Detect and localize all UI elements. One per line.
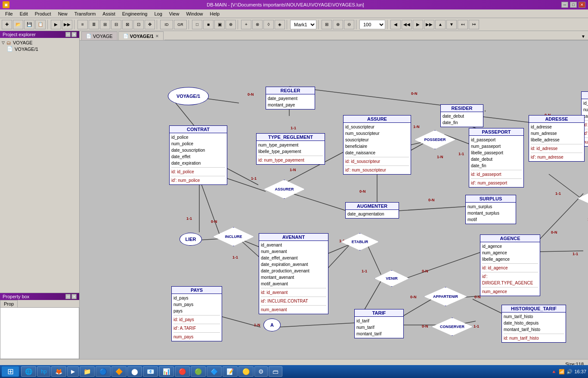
prop-close[interactable]: ✕	[71, 294, 77, 299]
entity-historique-tarif[interactable]: HISTORIQUE_TARIF num_tarif_histo date_hi…	[501, 305, 566, 343]
taskbar-ff[interactable]: 🦊	[51, 366, 66, 377]
panel-minimize[interactable]: ─	[65, 32, 71, 37]
entity-assure[interactable]: ASSURE id_souscripteur num_souscripteur …	[343, 115, 411, 175]
toolbar-t7[interactable]: ◊	[263, 20, 274, 29]
toolbar-arrow-right[interactable]: ▶	[413, 20, 423, 29]
toolbar-arrow-down[interactable]: ▼	[446, 20, 457, 29]
rel-inclure[interactable]: INCLURE	[213, 227, 254, 246]
menu-view[interactable]: View	[166, 10, 183, 17]
taskbar-dbmain[interactable]: 🗃	[269, 366, 282, 377]
entity-type-reglement[interactable]: TYPE_REGLEMENT num_type_payement libelle…	[256, 133, 325, 165]
toolbar-t2[interactable]: ■	[203, 20, 214, 29]
entity-augmenter[interactable]: AUGMENTER date_augmentation	[345, 202, 399, 219]
toolbar-b6[interactable]: ⊡	[133, 20, 144, 29]
entity-regler[interactable]: REGLER date_payement montant_paye	[266, 87, 315, 109]
toolbar-arrow-left[interactable]: ◀	[390, 20, 401, 29]
entity-resider[interactable]: RESIDER date_debut date_fin	[440, 104, 483, 127]
toolbar-gr[interactable]: GR	[174, 20, 187, 29]
toolbar-t3[interactable]: ▣	[214, 20, 225, 29]
menu-window[interactable]: Window	[183, 10, 206, 17]
tree-voyage[interactable]: ▽ 🗂 VOYAGE	[2, 40, 77, 46]
taskbar-media[interactable]: ▶	[67, 366, 79, 377]
menu-file[interactable]: File	[2, 10, 16, 17]
taskbar-app3[interactable]: 📧	[143, 366, 158, 377]
close-button[interactable]: ✕	[579, 2, 585, 8]
mark-dropdown[interactable]: Mark1	[290, 20, 316, 29]
menu-edit[interactable]: Edit	[16, 10, 31, 17]
canvas[interactable]: 0-N 0-N 1-N 0-N 0-N 1-N 1-1 1-1 1-1 1-N …	[80, 41, 588, 359]
entity-a[interactable]: A	[263, 319, 281, 331]
toolbar-run2[interactable]: ▶▶	[62, 20, 72, 29]
menu-help[interactable]: Help	[207, 10, 223, 17]
entity-agence[interactable]: AGENCE id_agence num_agence libelle_agen…	[480, 234, 540, 296]
menu-new[interactable]: New	[55, 10, 71, 17]
toolbar-new[interactable]: ✚	[2, 20, 12, 29]
rel-etablir[interactable]: ETABLIR	[341, 233, 379, 250]
toolbar-t6[interactable]: ⊗	[252, 20, 263, 29]
menu-product[interactable]: Product	[31, 10, 55, 17]
entity-tarif[interactable]: TARIF id_tarif num_tarif montant_tarif	[354, 309, 404, 338]
toolbar-save2[interactable]: 📋	[35, 20, 46, 29]
toolbar-b5[interactable]: ⊠	[122, 20, 133, 29]
taskbar-hp[interactable]: hp	[37, 366, 50, 377]
toolbar-move-right[interactable]: ↦	[469, 20, 479, 29]
zoom-dropdown[interactable]: 100	[359, 20, 385, 29]
tree-voyage1[interactable]: 📄 VOYAGE/1	[7, 46, 77, 52]
toolbar-nav2[interactable]: ⊕	[333, 20, 343, 29]
toolbar-id[interactable]: ID	[160, 20, 173, 29]
toolbar-t5[interactable]: +	[241, 20, 251, 29]
entity-adresse[interactable]: ADRESSE id_adresse num_adresse libelle_a…	[529, 115, 585, 162]
minimize-button[interactable]: ─	[561, 2, 568, 8]
taskbar-app7[interactable]: 🔷	[207, 366, 222, 377]
toolbar-arrow-left2[interactable]: ◀◀	[402, 20, 412, 29]
rel-conserver[interactable]: CONSERVER	[432, 318, 473, 336]
taskbar-app4[interactable]: 📊	[159, 366, 174, 377]
menu-assist[interactable]: Assist	[99, 10, 118, 17]
rel-appartenir[interactable]: APPARTENIR	[424, 287, 467, 306]
taskbar-app8[interactable]: 📝	[223, 366, 238, 377]
toolbar-move-left[interactable]: ↤	[458, 20, 468, 29]
toolbar-b1[interactable]: ≡	[77, 20, 88, 29]
tab-close-button[interactable]: ✕	[155, 34, 159, 38]
toolbar-b2[interactable]: ≣	[89, 20, 99, 29]
prop-minimize[interactable]: ─	[65, 294, 71, 299]
entity-lier[interactable]: LIER	[179, 233, 202, 246]
toolbar-run[interactable]: ▶	[51, 20, 61, 29]
toolbar-save[interactable]: 💾	[24, 20, 34, 29]
toolbar-t1[interactable]: □	[192, 20, 202, 29]
entity-pays[interactable]: PAYS id_pays num_pays pays id: id_pays i…	[171, 286, 222, 341]
toolbar-b7[interactable]: ✥	[145, 20, 155, 29]
menu-engineering[interactable]: Engineering	[119, 10, 151, 17]
menu-log[interactable]: Log	[151, 10, 165, 17]
taskbar-app2[interactable]: ⬤	[127, 366, 142, 377]
tab-voyage[interactable]: 📄 VOYAGE	[81, 31, 118, 40]
toolbar-arrow-right2[interactable]: ▶▶	[424, 20, 434, 29]
start-button[interactable]: ⊞	[2, 366, 19, 377]
taskbar-app6[interactable]: 🟢	[191, 366, 206, 377]
entity-surplus[interactable]: SURPLUS num_surplus montant_surplus moti…	[465, 195, 516, 224]
tab-voyage1[interactable]: 📄 VOYAGE/1 ✕	[118, 31, 164, 40]
toolbar-b4[interactable]: ⊟	[111, 20, 121, 29]
taskbar-explorer[interactable]: 📁	[80, 366, 95, 377]
rel-posseder[interactable]: POSSEDER	[415, 130, 455, 149]
tab-scroll[interactable]: ▼	[579, 33, 588, 40]
entity-voyage1[interactable]: VOYAGE/1	[168, 87, 209, 105]
toolbar-t8[interactable]: ◈	[275, 20, 285, 29]
toolbar-nav3[interactable]: ⊖	[344, 20, 354, 29]
taskbar-app9[interactable]: 🟡	[238, 366, 254, 377]
taskbar-app5[interactable]: 🔴	[175, 366, 190, 377]
rel-assurer[interactable]: ASSURER	[264, 180, 305, 199]
panel-close[interactable]: ✕	[71, 32, 77, 37]
tree-expand-voyage[interactable]: ▽	[2, 41, 5, 45]
menu-transform[interactable]: Transform	[71, 10, 99, 17]
rel-venir[interactable]: VENIR	[374, 270, 409, 287]
rel-identifier[interactable]: IDENTIFIER	[578, 188, 588, 208]
toolbar-t4[interactable]: ⊕	[226, 20, 236, 29]
maximize-button[interactable]: □	[570, 2, 577, 8]
taskbar-ie[interactable]: 🌐	[21, 366, 36, 377]
prop-tab-prop[interactable]: Prop	[0, 300, 18, 307]
entity-avenant[interactable]: AVENANT id_avenant num_avenant date_effe…	[259, 233, 328, 314]
toolbar-arrow-up[interactable]: ▲	[435, 20, 446, 29]
entity-contrat[interactable]: CONTRAT id_police num_police date_souscr…	[169, 125, 227, 185]
taskbar-chrome[interactable]: 🔵	[96, 366, 111, 377]
